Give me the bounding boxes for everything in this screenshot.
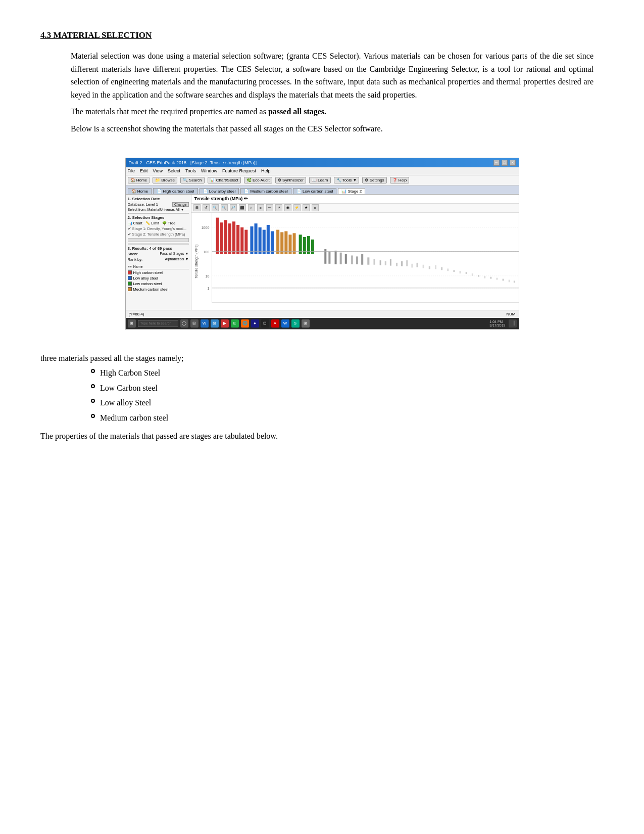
- windows-taskbar: ⊞ ◯ ⊟ W ⊠ ▶ E 🌐 ● ⊡ A W S ⊞ 1:04 PM3/17/…: [126, 318, 519, 329]
- panel-result-1[interactable]: High carbon steel: [128, 270, 189, 275]
- chart-tool-6[interactable]: ⬛: [239, 204, 246, 211]
- svg-rect-68: [513, 281, 515, 283]
- menu-tools[interactable]: Tools: [185, 168, 196, 173]
- toolbar-tools[interactable]: 🔧 Tools ▼: [334, 177, 360, 183]
- panel-change-btn[interactable]: Change: [172, 202, 189, 207]
- chart-tool-9[interactable]: ✏: [266, 204, 273, 211]
- svg-rect-50: [406, 260, 408, 266]
- panel-database-label: Database: Level 1: [128, 202, 158, 207]
- panel-rank-value[interactable]: Alphabetical ▼: [165, 257, 188, 262]
- maximize-button[interactable]: □: [502, 160, 508, 166]
- menu-select[interactable]: Select: [168, 168, 180, 173]
- svg-rect-25: [270, 231, 273, 254]
- tab-low-alloy[interactable]: 📄 Low alloy steel: [200, 188, 239, 194]
- toolbar-help[interactable]: ❓ Help: [390, 177, 410, 183]
- chart-tool-2[interactable]: ↺: [203, 204, 210, 211]
- taskbar-app-2[interactable]: ⊠: [211, 319, 219, 328]
- taskbar-app-1[interactable]: W: [201, 319, 209, 328]
- chart-tool-12[interactable]: ⚡: [293, 204, 301, 211]
- taskbar-app-3[interactable]: ▶: [221, 319, 229, 328]
- panel-rank-label: Rank by:: [128, 257, 143, 262]
- panel-rank-row: Rank by: Alphabetical ▼: [128, 257, 189, 262]
- svg-rect-66: [502, 279, 504, 281]
- svg-text:100: 100: [203, 250, 209, 253]
- chart-tool-11[interactable]: ◉: [284, 204, 291, 211]
- chart-tool-3[interactable]: 🔍: [212, 204, 219, 211]
- panel-result-4[interactable]: Medium carbon steel: [128, 287, 189, 292]
- menu-view[interactable]: View: [153, 168, 163, 173]
- taskbar-cortana[interactable]: ◯: [180, 319, 188, 328]
- panel-result-3[interactable]: Low carbon steel: [128, 282, 189, 286]
- svg-rect-27: [280, 232, 283, 254]
- chart-tool-14[interactable]: ≡: [312, 204, 319, 211]
- list-item-1: High Carbon Steel: [91, 366, 604, 380]
- bullet-4: [91, 414, 95, 418]
- tab-home[interactable]: 🏠 Home: [128, 188, 152, 194]
- toolbar-search[interactable]: 🔍 Search: [180, 177, 205, 183]
- taskbar-app-4[interactable]: E: [231, 319, 239, 328]
- taskbar-search-input[interactable]: [138, 320, 178, 327]
- text-below-section: three materials passed all the stages na…: [40, 352, 604, 443]
- list-item-1-text: High Carbon Steel: [100, 366, 160, 380]
- chart-tool-1[interactable]: ⊞: [193, 204, 201, 211]
- panel-section-2-title: 2. Selection Stages: [128, 215, 189, 220]
- svg-rect-60: [465, 272, 467, 274]
- footer-text: The properties of the materials that pas…: [40, 430, 604, 443]
- paragraph-1: Material selection was done using a mate…: [71, 50, 593, 101]
- panel-stage1-item[interactable]: ✔ Stage 1: Density, Young's mod...: [128, 226, 189, 231]
- svg-rect-38: [339, 252, 341, 264]
- taskbar-task-view[interactable]: ⊟: [190, 319, 199, 328]
- svg-rect-28: [284, 231, 287, 254]
- panel-chart-btn[interactable]: 📊 Chart 📏 Limit 🌳 Tree: [128, 221, 189, 225]
- chart-tool-7[interactable]: Σ: [248, 204, 255, 211]
- menu-window[interactable]: Window: [201, 168, 217, 173]
- taskbar-app-8[interactable]: A: [271, 319, 279, 328]
- taskbar-app-11[interactable]: ⊞: [302, 319, 310, 328]
- taskbar-app-7[interactable]: ⊡: [261, 319, 269, 328]
- panel-select-from: Select from: MaterialUniverse: All ▼: [128, 208, 189, 211]
- toolbar-eco-audit[interactable]: 🌿 Eco Audit: [244, 177, 272, 183]
- svg-rect-51: [411, 263, 413, 267]
- toolbar-chart-select[interactable]: 📊 Chart/Select: [208, 177, 241, 183]
- chart-tool-5[interactable]: 🔎: [230, 204, 237, 211]
- svg-rect-12: [216, 217, 219, 254]
- chart-tool-8[interactable]: ≡: [257, 204, 264, 211]
- panel-scroll-area: [128, 238, 189, 242]
- svg-rect-17: [236, 225, 239, 254]
- minimize-button[interactable]: ─: [493, 160, 500, 166]
- result-2-name: Low alloy steel: [133, 276, 158, 281]
- tab-high-carbon[interactable]: 📄 High carbon steel: [153, 188, 197, 194]
- tab-medium-carbon[interactable]: 📄 Medium carbon steel: [240, 188, 291, 194]
- panel-stage2-item[interactable]: ✔ Stage 2: Tensile strength (MPa): [128, 232, 189, 237]
- chart-tool-13[interactable]: ★: [303, 204, 310, 211]
- chart-tool-10[interactable]: ↗: [275, 204, 282, 211]
- taskbar-app-9[interactable]: W: [281, 319, 289, 328]
- chart-svg: 1000 100 10 1 Tensile strength (MPa): [191, 213, 519, 310]
- toolbar-browse[interactable]: 📁 Browse: [153, 177, 177, 183]
- menu-help[interactable]: Help: [261, 168, 271, 173]
- toolbar-home[interactable]: 🏠 Home: [128, 177, 150, 183]
- panel-show-label: Show:: [128, 252, 138, 256]
- panel-show-value[interactable]: Pass all Stages ▼: [160, 252, 188, 256]
- taskbar-start[interactable]: ⊞: [128, 319, 136, 328]
- taskbar-app-6[interactable]: ●: [251, 319, 259, 328]
- list-item-2-text: Low Carbon steel: [100, 382, 158, 395]
- tab-low-carbon[interactable]: 📄 Low carbon steel: [293, 188, 337, 194]
- toolbar-learn[interactable]: 📖 Learn: [309, 177, 331, 183]
- panel-result-2[interactable]: Low alloy steel: [128, 276, 189, 281]
- menu-file[interactable]: File: [128, 168, 135, 173]
- svg-rect-20: [250, 226, 253, 254]
- toolbar-synthesizer[interactable]: ⚙ Synthesizer: [275, 177, 306, 183]
- close-button[interactable]: ✕: [510, 160, 516, 166]
- svg-rect-41: [356, 256, 358, 264]
- menu-edit[interactable]: Edit: [140, 168, 148, 173]
- toolbar-settings[interactable]: ⚙ Settings: [362, 177, 386, 183]
- svg-text:Tensile strength (MPa): Tensile strength (MPa): [194, 244, 198, 278]
- chart-tool-4[interactable]: 🔍: [221, 204, 228, 211]
- taskbar-app-5[interactable]: 🌐: [241, 319, 249, 328]
- taskbar-show-desktop[interactable]: ▕: [509, 319, 517, 328]
- svg-rect-47: [389, 259, 391, 265]
- tab-stage2[interactable]: 📊 Stage 2: [338, 188, 365, 194]
- menu-feature-request[interactable]: Feature Request: [222, 168, 256, 173]
- taskbar-app-10[interactable]: S: [291, 319, 300, 328]
